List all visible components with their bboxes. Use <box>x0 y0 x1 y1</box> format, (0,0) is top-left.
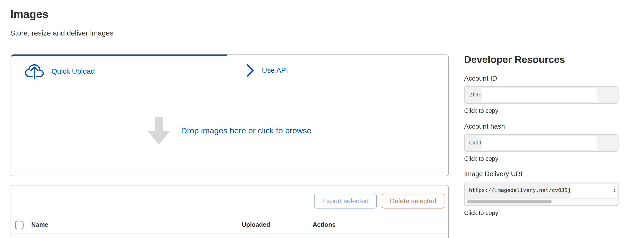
developer-resources-panel: Developer Resources Account ID 2f3d Clic… <box>464 55 618 65</box>
image-delivery-url-label: Image Delivery URL <box>464 170 618 178</box>
account-hash-copy-hint: Click to copy <box>464 155 618 162</box>
developer-resources-title: Developer Resources <box>464 55 618 65</box>
redaction-overlay <box>482 88 597 102</box>
account-id-copy-hint: Click to copy <box>464 108 618 114</box>
page-title: Images <box>10 9 48 20</box>
images-page: Images Store, resize and deliver images … <box>0 0 644 238</box>
chevron-right-icon <box>246 64 254 77</box>
upload-tabs: Quick Upload Use API <box>11 54 448 86</box>
column-header-actions: Actions <box>312 222 336 228</box>
page-subtitle: Store, resize and deliver images <box>10 29 114 37</box>
tab-quick-upload-label: Quick Upload <box>52 68 95 75</box>
image-delivery-url-value-box[interactable]: https://imagedelivery.net/cv0JSj : <box>464 182 618 206</box>
column-header-uploaded: Uploaded <box>242 222 270 228</box>
image-delivery-url-field: Image Delivery URL https://imagedelivery… <box>464 170 618 216</box>
tab-use-api-label: Use API <box>262 67 288 74</box>
horizontal-scrollbar-track <box>465 198 618 205</box>
table-header-row: Name Uploaded Actions <box>11 217 448 234</box>
redaction-overlay <box>572 184 616 199</box>
drop-arrow-down-icon <box>148 117 170 145</box>
account-id-field: Account ID 2f3d Click to copy <box>464 75 618 114</box>
horizontal-scrollbar-thumb[interactable] <box>467 200 552 204</box>
account-hash-label: Account hash <box>464 123 618 130</box>
partial-character: : <box>613 182 616 198</box>
export-selected-button[interactable]: Export selected <box>314 194 377 209</box>
images-table-card: Export selected Delete selected Name Upl… <box>10 185 449 238</box>
tab-quick-upload[interactable]: Quick Upload <box>11 54 227 86</box>
dropzone-text: Drop images here or click to browse <box>181 126 312 135</box>
redaction-overlay <box>482 136 597 150</box>
tab-use-api[interactable]: Use API <box>227 54 448 86</box>
upload-widget-card: Quick Upload Use API Drop images here or… <box>10 54 449 176</box>
account-id-label: Account ID <box>464 75 618 82</box>
delete-selected-button[interactable]: Delete selected <box>382 194 444 209</box>
account-hash-value-box[interactable]: cv0J <box>464 134 618 152</box>
cloud-upload-icon <box>25 62 44 81</box>
column-header-name: Name <box>31 222 48 228</box>
table-toolbar: Export selected Delete selected <box>11 185 448 217</box>
account-id-value-box[interactable]: 2f3d <box>464 86 618 104</box>
select-all-checkbox[interactable] <box>15 221 24 229</box>
account-hash-field: Account hash cv0J Click to copy <box>464 123 618 162</box>
image-delivery-url-copy-hint: Click to copy <box>464 210 618 216</box>
image-dropzone[interactable]: Drop images here or click to browse <box>11 86 448 175</box>
